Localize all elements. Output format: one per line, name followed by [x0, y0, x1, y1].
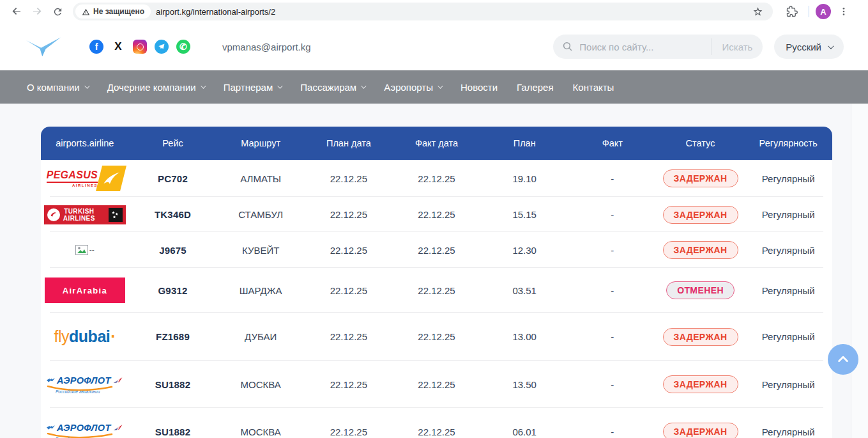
fact-date: 22.12.25	[393, 209, 481, 220]
browser-toolbar: Не защищено airport.kg/international-air…	[0, 0, 868, 23]
fact-date: 22.12.25	[393, 173, 481, 184]
table-row: АЭРОФЛОТ Российские авиалинии SU1882 МОС…	[41, 408, 832, 438]
warning-triangle-icon	[82, 8, 90, 16]
route: ДУБАИ	[217, 331, 305, 342]
chevron-down-icon	[277, 83, 282, 88]
fact-time: -	[568, 426, 657, 437]
regularity: Регулярный	[744, 209, 832, 220]
scroll-to-top-button[interactable]	[828, 344, 858, 375]
status-badge: ЗАДЕРЖАН	[663, 423, 738, 438]
fact-date: 22.12.25	[393, 331, 481, 342]
route: КУВЕЙТ	[217, 245, 305, 256]
site-header: f X ✆ vpmanas@airport.kg Искать Русский	[0, 23, 868, 70]
nav-item-1[interactable]: О компании	[27, 82, 88, 93]
telegram-icon[interactable]	[155, 40, 169, 54]
manas-airport-logo[interactable]	[24, 35, 63, 58]
chevron-down-icon	[361, 83, 366, 88]
route: СТАМБУЛ	[217, 209, 305, 220]
column-header-plan-time: План	[480, 138, 568, 148]
x-icon[interactable]: X	[111, 40, 125, 54]
paper-plane-icon	[158, 43, 165, 51]
turkish-bird-icon	[47, 208, 60, 221]
forward-button[interactable]	[27, 1, 47, 22]
turkish-airlines-logo: TURKISH AIRLINES	[44, 205, 126, 224]
table-row: TURKISH AIRLINES TK346D СТАМБУЛ 22.12.25…	[41, 197, 832, 232]
plan-time: 03.51	[480, 285, 568, 296]
regularity: Регулярный	[744, 331, 832, 342]
forward-arrow-icon	[31, 6, 43, 17]
flight-number: FZ1689	[129, 331, 217, 342]
column-header-airline: airports.airline	[41, 138, 129, 148]
table-row: flydubai· FZ1689 ДУБАИ 22.12.25 22.12.25…	[41, 313, 832, 361]
nav-item-8[interactable]: Контакты	[573, 82, 614, 93]
flights-table: airports.airline Рейс Маршрут План дата …	[41, 127, 832, 438]
flydubai-logo: flydubai·	[54, 327, 116, 346]
reload-button[interactable]	[47, 1, 68, 22]
table-row: AirArabia G9312 ШАРДЖА 22.12.25 22.12.25…	[41, 268, 832, 313]
fact-date: 22.12.25	[393, 245, 481, 256]
site-search: Искать	[553, 35, 763, 59]
nav-item-4[interactable]: Пассажирам	[300, 82, 365, 93]
plan-time: 12.30	[480, 245, 568, 256]
aeroflot-wings-icon	[47, 425, 55, 430]
route: ШАРДЖА	[217, 285, 305, 296]
table-row: PEGASUS AIRLINES PC702 АЛМАТЫ 22.12.25 2…	[41, 160, 832, 197]
status-badge: ЗАДЕРЖАН	[663, 169, 738, 187]
search-input[interactable]	[579, 42, 711, 52]
fact-date: 22.12.25	[393, 285, 481, 296]
chevron-down-icon	[438, 83, 443, 88]
main-navigation: О компанииДочерние компанииПартнерамПасс…	[0, 70, 868, 104]
column-header-plan-date: План дата	[305, 138, 393, 148]
chevron-up-icon	[836, 352, 850, 366]
column-header-route: Маршрут	[217, 138, 305, 148]
search-button[interactable]: Искать	[711, 38, 763, 55]
nav-item-2[interactable]: Дочерние компании	[107, 82, 204, 93]
back-arrow-icon	[11, 6, 22, 17]
fact-time: -	[568, 173, 657, 184]
plan-date: 22.12.25	[305, 331, 393, 342]
airline-logo-cell: --	[41, 245, 129, 255]
star-icon	[752, 6, 763, 17]
toolbar-divider	[809, 6, 809, 17]
chevron-down-icon	[84, 83, 89, 88]
status-badge: ЗАДЕРЖАН	[663, 328, 738, 346]
aeroflot-logo: АЭРОФЛОТ Российские авиалинии	[47, 375, 123, 394]
flight-number: J9675	[129, 245, 217, 256]
reload-icon	[52, 6, 63, 17]
fact-time: -	[568, 285, 657, 296]
security-label: Не защищено	[93, 7, 144, 16]
regularity: Регулярный	[744, 245, 832, 256]
security-chip[interactable]: Не защищено	[75, 4, 151, 19]
fact-time: -	[568, 331, 657, 342]
url-text[interactable]: airport.kg/international-airports/2	[156, 7, 747, 17]
page-scrollbar[interactable]	[851, 104, 868, 438]
profile-avatar[interactable]: A	[816, 4, 831, 19]
column-header-flight: Рейс	[129, 138, 217, 148]
facebook-icon[interactable]: f	[89, 40, 103, 54]
bookmark-button[interactable]	[747, 1, 768, 22]
nav-item-7[interactable]: Галерея	[517, 82, 554, 93]
contact-email[interactable]: vpmanas@airport.kg	[222, 42, 311, 52]
extensions-button[interactable]	[782, 1, 802, 22]
status-badge: ЗАДЕРЖАН	[663, 206, 738, 224]
chevron-down-icon	[828, 43, 834, 49]
aeroflot-logo: АЭРОФЛОТ Российские авиалинии	[47, 423, 123, 438]
back-button[interactable]	[6, 1, 27, 22]
instagram-icon[interactable]	[133, 40, 147, 54]
address-bar[interactable]: Не защищено airport.kg/international-air…	[73, 3, 773, 20]
airline-logo-cell: flydubai·	[41, 327, 129, 346]
nav-item-5[interactable]: Аэропорты	[384, 82, 441, 93]
plan-time: 19.10	[480, 173, 568, 184]
nav-item-3[interactable]: Партнерам	[224, 82, 282, 93]
airline-logo-cell: АЭРОФЛОТ Российские авиалинии	[41, 375, 129, 394]
language-selector[interactable]: Русский	[774, 35, 844, 59]
table-body: PEGASUS AIRLINES PC702 АЛМАТЫ 22.12.25 2…	[41, 160, 832, 438]
puzzle-icon	[786, 6, 798, 17]
pegasus-horse-icon	[96, 166, 126, 191]
nav-item-6[interactable]: Новости	[461, 82, 498, 93]
menu-button[interactable]	[834, 1, 854, 22]
whatsapp-icon[interactable]: ✆	[176, 40, 190, 54]
airline-logo-cell: AirArabia	[41, 278, 129, 303]
airline-logo-cell: АЭРОФЛОТ Российские авиалинии	[41, 423, 129, 438]
route: МОСКВА	[217, 426, 305, 437]
